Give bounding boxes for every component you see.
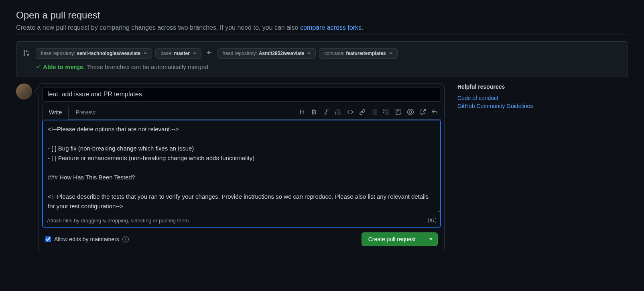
attach-hint: Attach files by dragging & dropping, sel… [47,218,190,224]
chevron-down-icon [307,53,311,54]
head-repo-value: Asmit2952/weaviate [259,51,304,56]
tab-preview[interactable]: Preview [69,105,102,120]
mention-icon[interactable] [407,109,414,115]
create-pr-dropdown[interactable] [423,232,438,246]
base-label: base: [160,51,172,56]
chevron-down-icon [429,238,433,240]
avatar[interactable] [16,83,32,100]
italic-icon[interactable] [323,109,329,115]
compare-value: feature/templates [346,51,386,56]
attach-bar[interactable]: Attach files by dragging & dropping, sel… [43,214,440,227]
tabs: Write Preview [42,105,102,119]
chevron-down-icon [144,53,147,54]
merge-able-text: Able to merge. [43,63,85,70]
page-header: Open a pull request Create a new pull re… [16,10,628,35]
subtitle-post: . [362,24,363,31]
allow-edits-checkbox[interactable] [45,236,51,242]
subtitle-text: Create a new pull request by comparing c… [16,24,300,31]
page-subtitle: Create a new pull request by comparing c… [16,24,628,31]
main-row: Write Preview [16,83,628,251]
avatar-column [16,83,32,251]
arrow-left-icon [205,49,214,57]
ordered-list-icon[interactable] [383,109,390,115]
form-column: Write Preview [39,83,445,251]
compare-icon [23,50,29,57]
chevron-down-icon [389,53,392,54]
check-icon [36,63,43,70]
sidebar-link-guidelines[interactable]: GitHub Community Guidelines [457,103,579,109]
tab-bar: Write Preview [42,105,441,120]
allow-edits-text: Allow edits by maintainers [54,236,119,242]
reply-icon[interactable] [431,109,438,115]
heading-icon[interactable] [299,109,305,115]
form-box: Write Preview [39,83,445,251]
compare-row: base repository: semi-technologies/weavi… [23,48,621,59]
pr-description-textarea[interactable] [43,120,440,213]
create-pr-button[interactable]: Create pull request [362,232,423,246]
page-title: Open a pull request [16,10,628,21]
create-button-group: Create pull request [362,232,438,246]
bold-icon[interactable] [311,109,317,115]
base-repo-label: base repository: [41,51,75,56]
compare-branch-selector[interactable]: compare: feature/templates [319,48,397,59]
base-value: master [174,51,189,56]
base-repo-selector[interactable]: base repository: semi-technologies/weavi… [36,48,152,59]
base-branch-selector[interactable]: base: master [155,48,201,59]
chevron-down-icon [193,53,196,54]
description-wrap: Attach files by dragging & dropping, sel… [42,120,441,228]
pr-title-input[interactable] [42,87,441,102]
code-icon[interactable] [347,109,353,115]
unordered-list-icon[interactable] [371,109,378,115]
head-repo-selector[interactable]: head repository: Asmit2952/weaviate [217,48,316,59]
compare-box: base repository: semi-technologies/weavi… [16,41,628,77]
markdown-icon[interactable]: M↓ [428,218,436,223]
sidebar-heading: Helpful resources [457,83,579,90]
footer-row: Allow edits by maintainers ? Create pull… [42,232,441,248]
tab-write[interactable]: Write [42,105,69,120]
allow-edits-label[interactable]: Allow edits by maintainers ? [45,236,129,242]
merge-detail-text: These branches can be automatically merg… [85,63,210,70]
quote-icon[interactable] [335,109,341,115]
sidebar-link-coc[interactable]: Code of conduct [457,95,579,101]
merge-status: Able to merge. These branches can be aut… [23,63,621,70]
tasklist-icon[interactable] [395,109,402,115]
cross-reference-icon[interactable] [419,109,426,115]
compare-label: compare: [324,51,344,56]
compare-forks-link[interactable]: compare across forks [300,24,362,31]
info-icon[interactable]: ? [122,236,129,242]
markdown-toolbar [299,109,441,115]
sidebar: Helpful resources Code of conduct GitHub… [451,83,579,251]
base-repo-value: semi-technologies/weaviate [77,51,140,56]
head-repo-label: head repository: [223,51,257,56]
link-icon[interactable] [359,109,366,115]
